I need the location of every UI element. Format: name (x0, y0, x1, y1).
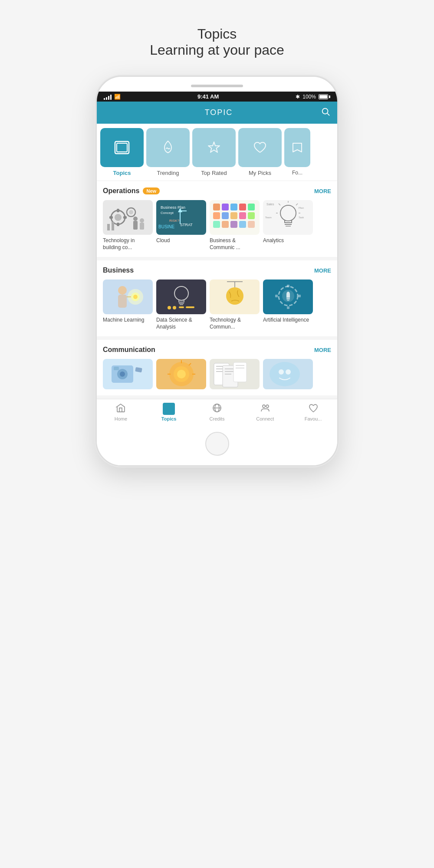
svg-rect-7 (117, 209, 119, 212)
tab-top-rated-label: Top Rated (201, 170, 227, 176)
svg-text:RISK?: RISK? (169, 219, 180, 223)
svg-rect-29 (230, 204, 237, 210)
section-communication-header: Communication MORE (103, 346, 331, 354)
section-operations-title-area: Operations New (103, 187, 160, 195)
svg-rect-103 (225, 368, 234, 369)
card-comm-4[interactable] (263, 359, 313, 392)
section-operations: Operations New MORE (97, 181, 337, 257)
svg-rect-79 (287, 285, 289, 287)
bar2 (106, 97, 107, 100)
page-title: Topics (150, 26, 284, 42)
card-cloud-label: Cloud (156, 237, 206, 244)
card-comm-3[interactable] (210, 359, 260, 392)
nav-home[interactable]: Home (108, 403, 134, 421)
card-business-commun[interactable]: Business & Communic ... (210, 200, 260, 251)
battery-body (319, 94, 328, 99)
page-header: Topics Learning at your pace (150, 26, 284, 58)
section-business: Business MORE (97, 260, 337, 336)
svg-rect-105 (225, 374, 231, 375)
battery-fill (319, 95, 327, 99)
svg-point-112 (286, 369, 291, 375)
svg-text:Sales: Sales (266, 203, 274, 206)
svg-point-12 (129, 210, 133, 214)
section-operations-header: Operations New MORE (103, 187, 331, 195)
svg-point-0 (322, 108, 328, 114)
svg-text:BUSINE: BUSINE (158, 224, 175, 229)
card-comm-1[interactable] (103, 359, 153, 392)
svg-rect-37 (213, 221, 220, 228)
card-business-commun-label: Business & Communic ... (210, 237, 260, 251)
svg-point-67 (173, 306, 176, 309)
tab-favorites[interactable]: Fo... (284, 128, 310, 176)
svg-point-71 (226, 287, 243, 305)
home-button[interactable] (205, 432, 229, 456)
nav-connect[interactable]: Connect (252, 403, 278, 421)
section-operations-badge: New (143, 187, 160, 194)
scroll-content[interactable]: Operations New MORE (97, 181, 337, 399)
tab-topics[interactable]: Topics (100, 128, 144, 176)
svg-rect-34 (230, 212, 237, 219)
card-comm-1-img (103, 359, 153, 389)
card-ai[interactable]: Artificial Intelligence (263, 279, 313, 330)
app-header-title: TOPIC (117, 108, 321, 117)
svg-rect-32 (213, 212, 220, 219)
tab-trending[interactable]: Trending (146, 128, 190, 176)
battery (319, 94, 330, 99)
nav-topics-label: Topics (161, 416, 177, 421)
svg-rect-41 (248, 221, 255, 228)
nav-connect-label: Connect (256, 416, 274, 421)
section-communication-more[interactable]: MORE (314, 347, 331, 353)
bluetooth-icon: ✱ (296, 94, 300, 100)
wifi-icon: 📶 (114, 94, 121, 100)
svg-rect-69 (186, 306, 194, 308)
card-analytics[interactable]: Sales Plan Team Task Analytics (263, 200, 313, 251)
business-cards: Machine Learning (103, 279, 331, 330)
card-comm-2[interactable] (156, 359, 206, 392)
svg-point-92 (177, 370, 186, 378)
nav-topics[interactable]: Topics (156, 403, 182, 421)
credits-icon (212, 403, 222, 415)
svg-point-14 (133, 217, 138, 221)
svg-rect-104 (225, 371, 234, 372)
section-communication-title-area: Communication (103, 346, 155, 354)
svg-rect-30 (239, 204, 246, 210)
card-data-science[interactable]: Data Science & Analysis (156, 279, 206, 330)
svg-text:STRAT: STRAT (180, 223, 193, 227)
svg-point-60 (133, 295, 138, 299)
svg-rect-77 (286, 298, 290, 299)
phone-frame: 📶 9:41 AM ✱ 100% TOPIC (95, 76, 339, 467)
card-analytics-label: Analytics (263, 237, 313, 244)
search-button[interactable] (321, 107, 330, 118)
nav-credits[interactable]: Credits (204, 403, 230, 421)
card-ai-label: Artificial Intelligence (263, 317, 313, 324)
tab-my-picks[interactable]: My Picks (238, 128, 282, 176)
category-tabs: Topics Trending Top Rated (97, 124, 337, 181)
tab-top-rated[interactable]: Top Rated (192, 128, 236, 176)
svg-rect-40 (239, 221, 246, 228)
tab-favorites-label: Fo... (292, 170, 302, 176)
nav-favourites-label: Favou... (305, 416, 322, 421)
card-cloud[interactable]: Business Plan Concept RISK? STRAT BUSINE… (156, 200, 206, 251)
card-tech-commun[interactable]: Technology & Commun... (210, 279, 260, 330)
svg-rect-3 (117, 143, 127, 152)
card-data-science-img (156, 279, 206, 314)
tab-top-rated-icon-box (192, 128, 236, 167)
svg-rect-8 (117, 223, 119, 226)
card-machine-learning[interactable]: Machine Learning (103, 279, 153, 330)
card-data-science-label: Data Science & Analysis (156, 317, 206, 330)
svg-text:Plan: Plan (299, 207, 304, 209)
card-tech-commun-img (210, 279, 260, 314)
svg-rect-80 (287, 306, 289, 309)
phone-bottom (97, 426, 337, 465)
svg-rect-39 (230, 221, 237, 228)
nav-favourites[interactable]: Favou... (300, 403, 326, 421)
phone-top (97, 77, 337, 92)
svg-rect-33 (222, 212, 229, 219)
card-technology-building[interactable]: Technology in building co... (103, 200, 153, 251)
section-operations-more[interactable]: MORE (314, 188, 331, 194)
section-business-more[interactable]: MORE (314, 267, 331, 274)
topics-active-box (163, 403, 175, 415)
svg-point-6 (115, 214, 122, 221)
card-cloud-img: Business Plan Concept RISK? STRAT BUSINE (156, 200, 206, 235)
card-machine-learning-label: Machine Learning (103, 317, 153, 324)
